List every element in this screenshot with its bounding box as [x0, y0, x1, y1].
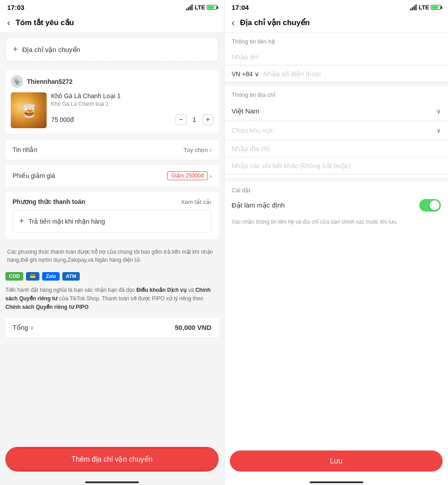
- page-title-left: Tóm tắt yêu cầu: [16, 18, 74, 27]
- terms-link-3[interactable]: Chính sách Quyền riêng tư PIPO: [5, 304, 89, 310]
- cod-add-icon: +: [19, 217, 24, 226]
- cod-box[interactable]: + Trả tiền mặt khi nhận hàng: [13, 210, 211, 233]
- settings-section: Cài đặt Đặt làm mặc định: [224, 182, 448, 218]
- country-chevron-icon: ∨: [436, 108, 441, 115]
- see-all-chevron: ›: [210, 199, 211, 205]
- voucher-label: Phiếu giảm giá: [13, 172, 55, 179]
- phone-row: VN +84 ∨: [224, 65, 448, 82]
- total-amount: 50,000 VND: [175, 324, 211, 331]
- message-right: Tùy chọn ›: [183, 147, 211, 153]
- add-shipping-label: Địa chỉ vận chuyển: [22, 46, 80, 54]
- total-row: Tổng ∨ 50,000 VND: [5, 318, 219, 337]
- home-indicator-right: [310, 481, 363, 483]
- payment-title-row: Phương thức thanh toán Xem tất cả ›: [13, 198, 211, 205]
- status-bar-right: 17:04 LTE: [224, 0, 448, 13]
- product-image: [11, 92, 47, 128]
- time-left: 17:03: [7, 4, 24, 11]
- payment-icons-row: COD 💳 Zalo ATM: [5, 272, 219, 281]
- message-label: Tin nhắn: [13, 146, 37, 153]
- bottom-button-area: Thêm địa chỉ vận chuyển: [0, 443, 224, 479]
- status-bar-left: 17:03 LTE: [0, 0, 224, 13]
- qty-decrease-button[interactable]: −: [176, 114, 186, 125]
- country-code-chevron: ∨: [254, 70, 259, 78]
- settings-title: Cài đặt: [232, 187, 441, 194]
- signal-icon-left: [186, 4, 193, 10]
- payment-section: Phương thức thanh toán Xem tất cả › + Tr…: [5, 192, 219, 239]
- total-chevron: ∨: [30, 325, 34, 331]
- settings-divider: [224, 178, 448, 182]
- lte-label-right: LTE: [418, 4, 429, 11]
- total-label: Tổng ∨: [13, 324, 34, 332]
- detail-input[interactable]: [224, 157, 448, 174]
- settings-desc: Xác nhận thông tin liên hệ và địa chỉ củ…: [224, 218, 448, 231]
- left-panel: 17:03 LTE ‹ Tóm tắt yêu cầu + Địa chỉ vậ…: [0, 0, 224, 485]
- time-right: 17:04: [232, 4, 249, 11]
- message-row[interactable]: Tin nhắn Tùy chọn ›: [5, 140, 219, 160]
- status-icons-right: LTE: [410, 4, 441, 11]
- discount-badge: Giảm 25000đ: [167, 171, 207, 180]
- signal-icon-right: [410, 4, 417, 10]
- country-select[interactable]: Việt Nam ∨: [224, 102, 448, 121]
- right-panel: 17:04 LTE ‹ Địa chỉ vận chuyển Thông tin…: [224, 0, 448, 485]
- voucher-row[interactable]: Phiếu giảm giá Giảm 25000đ ›: [5, 165, 219, 186]
- message-value: Tùy chọn: [183, 147, 207, 153]
- country-code[interactable]: VN +84 ∨: [232, 70, 259, 78]
- toggle-row: Đặt làm mặc định: [232, 199, 441, 212]
- country-code-value: VN +84: [232, 70, 253, 78]
- nav-header-left: ‹ Tóm tắt yêu cầu: [0, 13, 224, 33]
- message-chevron: ›: [210, 147, 211, 153]
- back-button-left[interactable]: ‹: [7, 17, 10, 28]
- add-shipping-box[interactable]: + Địa chỉ vận chuyển: [5, 37, 219, 62]
- add-shipping-button[interactable]: Thêm địa chỉ vận chuyển: [6, 448, 218, 471]
- region-chevron-icon: ∨: [436, 127, 441, 134]
- terms-text: Tiến hành đặt hàng nghĩa là bạn xác nhận…: [5, 286, 219, 312]
- region-select[interactable]: Chọn khu vực ∨: [224, 121, 448, 140]
- nav-header-right: ‹ Địa chỉ vận chuyển: [224, 13, 448, 33]
- quantity-control: − 1 +: [176, 114, 213, 125]
- default-toggle[interactable]: [419, 199, 441, 212]
- address-section-title: Thông tin địa chỉ: [224, 86, 448, 102]
- card-badge-icon: 💳: [26, 272, 39, 281]
- save-button-area: Lưu: [224, 447, 448, 479]
- terms-link-1[interactable]: Điều khoản Dịch vụ: [136, 287, 186, 293]
- product-price-row: 75.000đ − 1 +: [51, 114, 213, 125]
- back-button-right[interactable]: ‹: [232, 17, 235, 28]
- cod-label: Trả tiền mặt khi nhận hàng: [29, 218, 105, 225]
- region-placeholder: Chọn khu vực: [232, 126, 274, 134]
- home-indicator-left: [85, 481, 139, 483]
- page-title-right: Địa chỉ vận chuyển: [240, 18, 310, 27]
- lte-label-left: LTE: [194, 4, 205, 11]
- save-button[interactable]: Lưu: [230, 450, 443, 472]
- payment-title: Phương thức thanh toán: [13, 198, 85, 205]
- payment-info-text: Các phương thức thanh toán được hỗ trợ c…: [5, 244, 219, 268]
- default-toggle-label: Đặt làm mặc định: [232, 201, 285, 209]
- product-price: 75.000đ: [51, 116, 74, 123]
- address-input[interactable]: [224, 140, 448, 157]
- qty-value: 1: [190, 116, 199, 123]
- voucher-chevron: ›: [210, 173, 211, 179]
- contact-section-title: Thông tin liên hệ: [224, 33, 448, 48]
- seller-name: Thiennhan5272: [27, 78, 73, 85]
- cod-badge-icon: COD: [5, 272, 23, 281]
- qty-increase-button[interactable]: +: [202, 114, 213, 125]
- section-divider: [224, 82, 448, 86]
- product-variant: Khô Gà Lá Chanh loại 1: [51, 101, 213, 107]
- seller-section: 🏪 Thiennhan5272 Khô Gà Lá Chanh Loại 1 K…: [5, 70, 219, 134]
- product-name: Khô Gà Lá Chanh Loại 1: [51, 92, 213, 100]
- see-all-label: Xem tất cả: [181, 199, 210, 205]
- phone-input[interactable]: [263, 70, 441, 78]
- name-input[interactable]: [224, 48, 448, 65]
- voucher-right: Giảm 25000đ ›: [167, 171, 211, 180]
- battery-icon-right: [431, 5, 441, 10]
- seller-row: 🏪 Thiennhan5272: [11, 75, 213, 88]
- see-all-button[interactable]: Xem tất cả ›: [181, 199, 211, 205]
- add-shipping-button-wrapper: Thêm địa chỉ vận chuyển: [5, 447, 219, 472]
- status-icons-left: LTE: [186, 4, 217, 11]
- product-details: Khô Gà Lá Chanh Loại 1 Khô Gà Lá Chanh l…: [51, 92, 213, 125]
- battery-icon-left: [207, 5, 217, 10]
- seller-avatar: 🏪: [11, 75, 23, 88]
- country-value: Việt Nam: [232, 107, 259, 115]
- add-icon: +: [13, 45, 18, 54]
- atm-badge-icon: ATM: [62, 272, 80, 281]
- product-row: Khô Gà Lá Chanh Loại 1 Khô Gà Lá Chanh l…: [11, 92, 213, 128]
